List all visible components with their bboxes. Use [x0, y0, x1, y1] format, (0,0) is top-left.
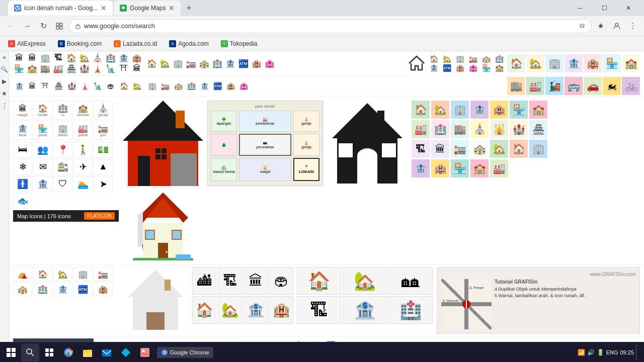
back-button[interactable]: ←	[4, 19, 18, 33]
icon-cell-2[interactable]: 🏢	[73, 267, 93, 281]
iso-bldg[interactable]: 🏥	[431, 120, 449, 138]
map-icon-shield[interactable]: 🛡	[53, 176, 72, 192]
icon-cell[interactable]: 🏛	[26, 82, 38, 90]
small-icon[interactable]: ⛪gereja	[94, 101, 113, 120]
main-content[interactable]: 🏛 🏛 🏢 🏗 🏠 🏡 ⛪ 🏥 🏦 🏨 🏪 🏫 🏬 🏭 🏯 🏰 🗼 🗽 ⛩	[9, 51, 644, 344]
sidebar-whatsapp-icon[interactable]: ●	[1, 53, 9, 61]
iso-bldg[interactable]: 🏪	[451, 159, 469, 177]
icon-cell[interactable]: 🏩	[264, 59, 276, 68]
icon-cell[interactable]: 🏬	[39, 64, 51, 73]
reload-button[interactable]: ↻	[36, 19, 50, 33]
icon-cell[interactable]: 🏢	[146, 82, 158, 90]
map-icon-bed[interactable]: 🛏	[13, 142, 32, 158]
icon-cell[interactable]: 🏠	[118, 82, 130, 90]
iso-icon-cell[interactable]: 🏨	[584, 54, 602, 72]
grafisin-tutorial-block[interactable]: www.GRAFISin.com Jl. Primer	[437, 267, 640, 334]
map-icon-chevron[interactable]: ▲	[94, 159, 113, 175]
iso-bldg[interactable]: 🏦	[412, 159, 430, 177]
icon-cell-2[interactable]: ⛺	[13, 267, 32, 281]
icon-cell[interactable]: 🏠	[146, 59, 158, 68]
sidebar-arrow-icon[interactable]: ▶	[1, 77, 9, 85]
icon-cell[interactable]: 🏧	[237, 59, 250, 68]
icon-cell[interactable]: 🏡	[78, 53, 91, 63]
small-icon[interactable]: 🏣pos	[94, 121, 113, 140]
iso-icon-cell[interactable]: 🚗	[584, 77, 602, 95]
bookmark-tokopedia[interactable]: T Tokopedia	[217, 39, 262, 48]
icon-cell[interactable]: 🏢	[454, 55, 466, 63]
black-house-silhouette[interactable]	[330, 101, 405, 186]
bldg-silhouette[interactable]: 🏙	[192, 267, 216, 295]
iso-bldg[interactable]: ⛪	[470, 120, 489, 138]
view-toggle-button[interactable]	[52, 19, 66, 33]
old-house-4[interactable]: 🏗	[297, 296, 341, 324]
icon-cell[interactable]: 🏦	[224, 59, 236, 68]
iso-bldg[interactable]: 🏗	[412, 140, 430, 158]
iso-bldg[interactable]: 🏡	[490, 140, 508, 158]
icon-cell[interactable]: 🏥	[211, 59, 223, 68]
small-icon[interactable]: 🏪pasar	[33, 121, 52, 140]
icon-cell[interactable]: 🏥	[185, 82, 197, 90]
icon-cell[interactable]: 🏭	[52, 64, 64, 73]
icon-cell[interactable]: 🏤	[198, 59, 210, 68]
tray-volume-icon[interactable]: 🔊	[587, 349, 595, 356]
icon-cell[interactable]: 🏣	[185, 59, 197, 68]
menu-button[interactable]: ⋮	[626, 19, 640, 33]
taskbar-app-photos[interactable]	[136, 343, 154, 361]
iso-bldg[interactable]: 🏣	[451, 140, 469, 158]
iso-bldg[interactable]: 🏢	[451, 101, 469, 119]
taskbar-app-explorer[interactable]	[78, 343, 97, 361]
iso-bldg[interactable]: 🏢	[529, 140, 547, 158]
map-icon-people[interactable]: 👥	[33, 142, 52, 158]
bookmark-aliexpress[interactable]: A AliExpress	[4, 39, 50, 48]
icon-cell[interactable]: 🏣	[467, 55, 479, 63]
map-icon-money[interactable]: 💵	[94, 142, 113, 158]
start-button[interactable]	[2, 343, 20, 361]
small-icon[interactable]: 🏢kantor	[53, 121, 72, 140]
small-icon[interactable]: 🏥rs	[53, 101, 72, 120]
iso-bldg[interactable]: 🏡	[431, 101, 449, 119]
icon-cell[interactable]: 🏛	[13, 53, 25, 63]
icon-cell-2[interactable]: 🏦	[53, 282, 72, 296]
icon-cell[interactable]: 🏦	[13, 82, 25, 90]
iso-bldg[interactable]: 🏠	[412, 101, 430, 119]
icon-cell[interactable]: 🏡	[131, 82, 143, 90]
icon-cell[interactable]: ⛪	[92, 53, 104, 63]
new-tab-button[interactable]: +	[182, 1, 196, 15]
old-house-1[interactable]: 🏠	[297, 267, 341, 295]
iso-bldg[interactable]: 🏬	[451, 120, 469, 138]
white-house-silhouette[interactable]	[125, 267, 186, 332]
map-icon-plane[interactable]: ✈	[73, 159, 93, 175]
iso-bldg[interactable]: 🏤	[470, 140, 489, 158]
icon-cell[interactable]: 🏣	[159, 82, 171, 90]
iso-bldg[interactable]: 🏭	[412, 120, 430, 138]
icon-cell[interactable]: 🏢	[172, 59, 184, 68]
bookmark-lazada[interactable]: L Lazada.co.id	[110, 39, 161, 48]
iso-icon-cell[interactable]: 🚲	[622, 77, 640, 95]
forward-button[interactable]: →	[20, 19, 34, 33]
old-house-3[interactable]: 🏘	[388, 267, 433, 295]
icon-cell[interactable]: 🏛	[26, 53, 38, 63]
show-desktop-button[interactable]	[636, 344, 638, 360]
icon-cell[interactable]: 🏢	[39, 53, 51, 63]
map-icon-train[interactable]: 🚉	[53, 159, 72, 175]
icon-cell[interactable]: 🏦	[198, 82, 210, 90]
icon-cell-2[interactable]: 🏡	[53, 267, 72, 281]
icon-cell[interactable]: 🏦	[428, 64, 440, 72]
map-icon-man[interactable]: 🚹	[13, 176, 32, 192]
icon-cell[interactable]: 🏡	[441, 55, 453, 63]
small-icon[interactable]: 🏦bank	[13, 121, 32, 140]
icon-cell[interactable]: ⛩	[39, 82, 51, 90]
map-icon-swim[interactable]: 🏊	[73, 176, 93, 192]
map-icon-pin[interactable]: 📍	[53, 142, 72, 158]
icon-cell[interactable]: 🏩	[237, 82, 250, 90]
old-house-5[interactable]: 🏦	[343, 296, 387, 324]
icon-cell[interactable]: 🏰	[65, 82, 77, 90]
iso-icon-cell[interactable]: 🏍	[603, 77, 621, 95]
iso-bldg[interactable]: 🏫	[529, 101, 547, 119]
tab-close-active[interactable]: ✕	[101, 4, 107, 12]
icon-cell[interactable]: 🏡	[159, 59, 171, 68]
icon-cell[interactable]: 🏦	[118, 53, 130, 63]
map-icon-fish[interactable]: 🐟	[13, 193, 32, 209]
iso-icon-cell[interactable]: 🚂	[545, 77, 564, 95]
icon-cell-2[interactable]: 🏤	[13, 282, 32, 296]
